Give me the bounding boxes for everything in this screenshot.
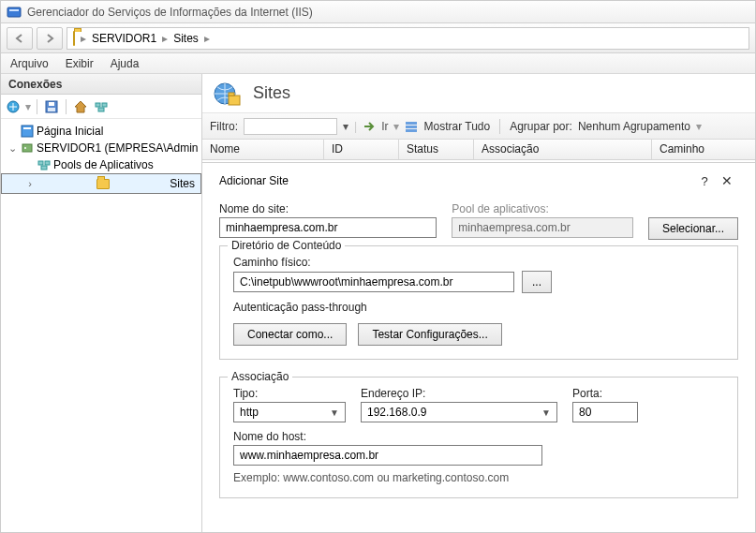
forward-button[interactable] [37,27,63,50]
save-icon[interactable] [43,98,60,115]
ip-select[interactable]: 192.168.0.9 ▼ [361,402,557,422]
start-page-icon [20,124,35,139]
col-name[interactable]: Nome [202,140,324,159]
filter-bar: Filtro: ▾ | Ir ▾ Mostrar Tudo Agrupar po… [202,113,755,140]
main-header: Sites [202,74,755,113]
back-button[interactable] [7,27,33,50]
svg-point-12 [24,147,26,149]
content-directory-group: Diretório de Conteúdo Caminho físico: ..… [219,245,738,360]
filter-label: Filtro: [210,120,238,133]
filter-input[interactable] [244,118,337,135]
col-binding[interactable]: Associação [474,140,652,159]
svg-rect-18 [229,93,234,96]
ip-label: Endereço IP: [361,387,557,400]
menu-view[interactable]: Exibir [66,57,94,70]
svg-rect-0 [7,7,21,17]
go-icon[interactable] [363,120,376,133]
tree-app-pools[interactable]: Pools de Aplicativos [1,156,201,173]
tree-start-page[interactable]: Página Inicial [1,123,201,140]
svg-rect-11 [22,144,32,152]
type-label: Tipo: [233,387,346,400]
svg-rect-10 [23,127,31,129]
binding-group: Associação Tipo: http ▼ Endereço IP: [219,377,738,498]
app-pool-icon[interactable] [93,98,110,115]
iis-icon [7,5,22,20]
col-path[interactable]: Caminho [652,140,755,159]
add-site-dialog: Adicionar Site ? ✕ Nome do site: Pool de… [202,162,755,532]
menu-help[interactable]: Ajuda [111,57,140,70]
breadcrumb-sites[interactable]: Sites [173,32,199,45]
page-title: Sites [253,83,290,103]
show-all-icon[interactable] [405,120,418,133]
svg-rect-20 [406,126,417,128]
host-input[interactable] [233,445,542,466]
select-app-pool-button[interactable]: Selecionar... [648,217,738,240]
app-pool-node-icon [37,157,52,172]
svg-rect-15 [41,166,47,170]
site-name-input[interactable] [219,217,437,238]
app-pool-label: Pool de aplicativos: [452,202,633,215]
show-all-label[interactable]: Mostrar Tudo [423,120,490,133]
expand-icon[interactable]: › [24,178,36,189]
connect-icon[interactable] [5,98,22,115]
host-example: Exemplo: www.contoso.com ou marketing.co… [233,471,724,484]
svg-rect-9 [22,126,33,137]
home-icon[interactable] [72,98,89,115]
svg-rect-17 [229,96,240,105]
svg-rect-14 [45,161,50,165]
connections-header: Conexões [1,74,201,95]
content-group-legend: Diretório de Conteúdo [228,239,345,252]
binding-group-legend: Associação [228,370,292,383]
sites-folder-icon [96,176,111,191]
dialog-title: Adicionar Site [219,174,693,187]
address-bar[interactable]: ▸ SERVIDOR1 ▸ Sites ▸ [67,27,749,50]
sites-big-icon [212,79,242,109]
group-by-label: Agrupar por: [510,120,572,133]
svg-rect-21 [406,129,417,132]
go-label: Ir [381,120,388,133]
site-name-label: Nome do site: [219,202,437,215]
connections-toolbar: ▾ [1,95,201,119]
group-by-value[interactable]: Nenhum Agrupamento [578,120,690,133]
breadcrumb-server[interactable]: SERVIDOR1 [92,32,156,45]
menubar: Arquivo Exibir Ajuda [1,53,755,74]
svg-rect-4 [49,102,54,106]
help-button[interactable]: ? [693,174,716,188]
col-id[interactable]: ID [324,140,399,159]
chevron-down-icon: ▼ [330,407,339,418]
collapse-icon[interactable]: ⌄ [7,142,18,155]
server-icon [20,141,35,155]
iis-manager-window: Gerenciador do Serviços de Informações d… [0,0,756,533]
col-status[interactable]: Status [399,140,474,159]
menu-file[interactable]: Arquivo [10,57,49,70]
svg-rect-1 [9,9,19,11]
connect-as-button[interactable]: Conectar como... [233,323,347,346]
chevron-down-icon: ▼ [541,407,551,418]
svg-rect-8 [98,108,104,111]
tree-sites[interactable]: › Sites [1,173,201,194]
close-button[interactable]: ✕ [716,173,738,188]
svg-rect-7 [102,103,107,107]
navbar: ▸ SERVIDOR1 ▸ Sites ▸ [1,23,755,53]
window-title: Gerenciador do Serviços de Informações d… [27,6,313,19]
svg-rect-13 [38,161,43,165]
breadcrumb-sep-icon: ▸ [162,32,168,45]
host-label: Nome do host: [233,430,724,443]
phys-path-input[interactable] [233,272,514,292]
tree-server[interactable]: ⌄ SERVIDOR1 (EMPRESA\Admin [1,140,201,156]
browse-button[interactable]: ... [522,271,552,293]
svg-rect-6 [96,103,100,107]
port-input[interactable] [572,402,638,422]
body: Conexões ▾ Página Inicial ⌄ [1,74,755,532]
passthrough-label: Autenticação pass-through [233,301,724,314]
test-settings-button[interactable]: Testar Configurações... [358,323,501,346]
breadcrumb-sep-icon: ▸ [81,32,86,45]
svg-rect-5 [48,108,55,111]
tree: Página Inicial ⌄ SERVIDOR1 (EMPRESA\Admi… [1,119,201,532]
titlebar: Gerenciador do Serviços de Informações d… [1,1,755,23]
app-pool-input [452,217,633,238]
phys-path-label: Caminho físico: [233,256,724,269]
folder-icon [73,32,75,45]
type-select[interactable]: http ▼ [233,402,346,422]
svg-rect-19 [406,122,417,125]
